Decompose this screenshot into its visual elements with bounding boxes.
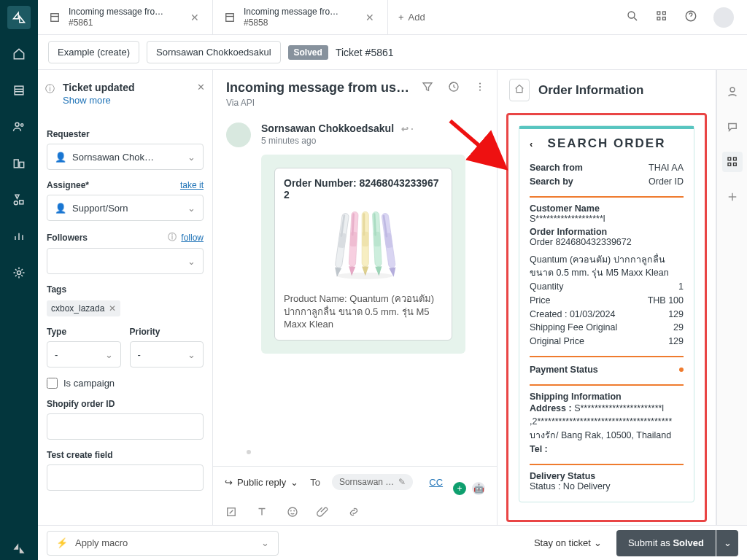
tab-close-icon[interactable]: ✕ <box>187 10 202 25</box>
person-icon: 👤 <box>55 152 66 163</box>
nav-admin-icon[interactable] <box>7 261 31 284</box>
recipient-chip[interactable]: Sornsawan … ✎ <box>332 474 413 490</box>
context-rail <box>716 70 747 525</box>
chevron-down-icon: ⌄ <box>187 152 196 163</box>
tag-chip[interactable]: cxbox_lazada ✕ <box>47 300 120 316</box>
app-back-icon[interactable]: ‹ <box>530 139 533 149</box>
chevron-down-icon: ⌄ <box>290 477 298 488</box>
assist-chip-plus[interactable]: + <box>452 481 468 497</box>
stay-on-ticket-dropdown[interactable]: Stay on ticket ⌄ <box>528 537 608 548</box>
svg-point-12 <box>18 271 21 275</box>
tab-ticket-5861[interactable]: Incoming message fro… #5861 ✕ <box>38 0 213 34</box>
svg-point-7 <box>14 201 18 205</box>
requester-select[interactable]: 👤 Sornsawan Chok… ⌄ <box>47 144 204 170</box>
apply-macro-select[interactable]: ⚡ Apply macro ⌄ <box>47 531 279 556</box>
nav-customers-icon[interactable] <box>7 115 31 139</box>
conversation-panel: Incoming message from us… Via API Sornsa… <box>213 70 498 525</box>
tab-ticket-5858[interactable]: Incoming message fro… #5858 ✕ <box>213 0 388 34</box>
app-title-label: SEARCH ORDER <box>548 136 666 151</box>
plus-icon: + <box>398 12 404 23</box>
svg-point-17 <box>628 12 635 18</box>
type-select[interactable]: - ⌄ <box>47 341 121 368</box>
message-timestamp: 5 minutes ago <box>261 136 484 146</box>
crumb-requester[interactable]: Sornsawan Chokkoedsakul <box>147 41 281 63</box>
edit-icon[interactable]: ✎ <box>398 477 406 487</box>
tab-close-icon[interactable]: ✕ <box>363 10 377 25</box>
svg-point-49 <box>336 273 392 279</box>
history-icon[interactable] <box>447 80 460 96</box>
apps-grid-icon[interactable] <box>655 9 668 25</box>
message-author: Sornsawan Chokkoedsakul ↩ · <box>261 122 484 134</box>
more-vertical-icon[interactable] <box>473 80 487 96</box>
context-apps-icon[interactable] <box>722 152 743 172</box>
cc-link[interactable]: CC <box>429 477 443 488</box>
shopify-order-id-label: Shopify order ID <box>47 399 204 409</box>
product-name-block: Product Name: Quantum (ควอนตัม) ปากกาลูก… <box>284 292 443 331</box>
context-add-icon[interactable] <box>722 187 743 207</box>
test-create-field-input[interactable] <box>47 464 204 491</box>
submit-button[interactable]: Submit as Solved <box>616 530 716 556</box>
requester-label: Requester <box>47 129 204 139</box>
is-campaign-checkbox[interactable]: Is campaign <box>47 378 204 389</box>
search-icon[interactable] <box>626 9 639 25</box>
help-icon[interactable] <box>684 9 697 25</box>
shopify-order-id-input[interactable] <box>47 413 204 440</box>
crumb-example[interactable]: Example (create) <box>48 41 139 63</box>
svg-rect-15 <box>226 13 234 21</box>
priority-select[interactable]: - ⌄ <box>130 341 204 368</box>
follow-link[interactable]: follow <box>181 233 204 243</box>
take-it-link[interactable]: take it <box>180 180 204 190</box>
app-home-icon[interactable] <box>509 79 530 101</box>
svg-rect-22 <box>663 18 666 20</box>
notice-close-icon[interactable]: ✕ <box>197 82 205 93</box>
nav-shapes-icon[interactable] <box>7 188 31 211</box>
followers-label: Followers <box>47 233 88 243</box>
expand-composer-icon[interactable] <box>225 505 238 521</box>
suggestion-chips: + 🤖 <box>452 481 487 497</box>
ticket-footer: ⚡ Apply macro ⌄ Stay on ticket ⌄ Submit … <box>38 525 747 560</box>
nav-views-icon[interactable] <box>7 79 31 102</box>
tab-bar: Incoming message fro… #5861 ✕ Incoming m… <box>38 0 747 35</box>
priority-label: Priority <box>130 327 204 337</box>
search-order-app: ‹ SEARCH ORDER Search fromTHAI AA Search… <box>506 113 707 522</box>
attachment-icon[interactable] <box>317 505 330 521</box>
svg-rect-57 <box>728 163 731 166</box>
profile-avatar[interactable] <box>713 7 734 28</box>
nav-zendesk-footer-icon[interactable] <box>7 537 31 560</box>
svg-rect-58 <box>733 163 736 166</box>
svg-point-51 <box>288 508 297 516</box>
filter-icon[interactable] <box>421 80 434 96</box>
context-user-icon[interactable] <box>722 82 743 102</box>
text-format-icon[interactable] <box>255 505 268 521</box>
reply-arrow-icon: ↪ <box>225 477 233 488</box>
nav-org-icon[interactable] <box>7 152 31 175</box>
nav-zendesk-logo-icon[interactable] <box>7 6 31 29</box>
svg-point-27 <box>479 86 481 88</box>
app-product-line: Quantum (ควอนตัม) ปากกาลูกลื่น ขนาด 0.5 … <box>530 253 684 281</box>
svg-rect-0 <box>15 86 23 95</box>
chevron-down-icon: ⌄ <box>187 203 196 214</box>
reply-type-dropdown[interactable]: ↪ Public reply ⌄ <box>225 477 298 488</box>
assist-chip-robot[interactable]: 🤖 <box>471 481 487 497</box>
followers-select[interactable]: ⌄ <box>47 248 204 274</box>
info-icon: ⓘ <box>45 82 55 96</box>
svg-rect-56 <box>733 158 736 160</box>
breadcrumb-row: Example (create) Sornsawan Chokkoedsakul… <box>38 35 747 70</box>
svg-point-54 <box>730 88 735 92</box>
tab-add-button[interactable]: + Add <box>388 0 436 34</box>
assignee-select[interactable]: 👤 Support/Sorn ⌄ <box>47 195 204 221</box>
nav-home-icon[interactable] <box>7 42 31 66</box>
emoji-icon[interactable] <box>286 505 299 521</box>
context-chat-icon[interactable] <box>722 117 743 137</box>
notice-show-more-link[interactable]: Show more <box>63 95 201 106</box>
submit-dropdown-button[interactable]: ⌄ <box>716 530 738 556</box>
ticket-icon <box>48 11 61 24</box>
chevron-down-icon: ⌄ <box>724 537 732 548</box>
svg-rect-8 <box>20 201 23 204</box>
tab-subtitle: #5858 <box>244 18 338 28</box>
svg-rect-20 <box>663 12 666 15</box>
tag-remove-icon[interactable]: ✕ <box>109 303 116 314</box>
link-icon[interactable] <box>347 505 360 521</box>
nav-reports-icon[interactable] <box>7 225 31 248</box>
macro-flash-icon: ⚡ <box>56 537 68 548</box>
